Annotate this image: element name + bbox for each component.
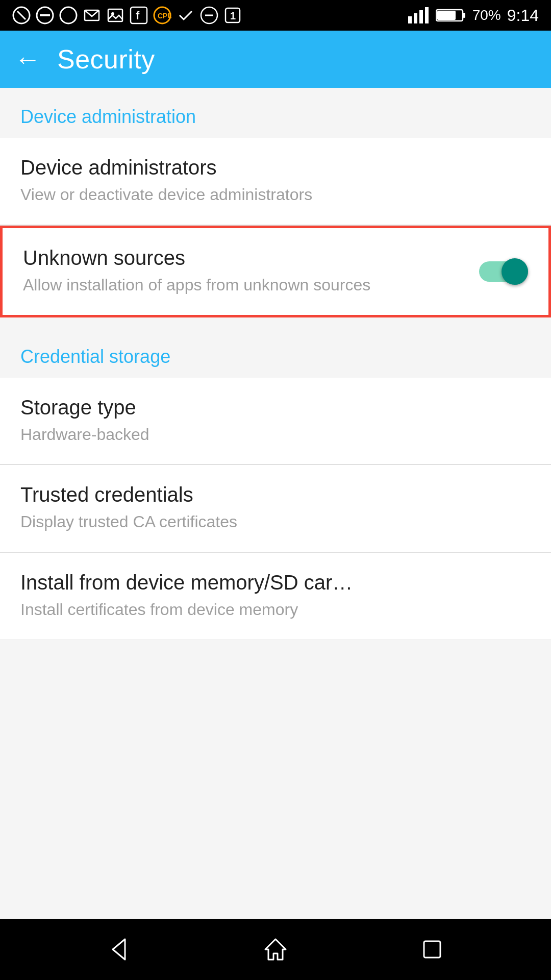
svg-marker-24 <box>265 939 286 960</box>
svg-rect-19 <box>425 7 429 23</box>
svg-rect-18 <box>419 10 423 23</box>
status-bar: f CPU 1 70% 9:14 <box>0 0 551 31</box>
unknown-sources-subtitle: Allow installation of apps from unknown … <box>23 274 467 297</box>
back-nav-icon <box>106 936 132 963</box>
install-from-device-item[interactable]: Install from device memory/SD car… Insta… <box>0 553 551 640</box>
toggle-thumb <box>502 258 528 285</box>
trusted-credentials-item[interactable]: Trusted credentials Display trusted CA c… <box>0 465 551 552</box>
svg-rect-6 <box>108 9 122 21</box>
email-icon <box>83 6 101 24</box>
recents-nav-icon <box>419 936 445 963</box>
battery-icon <box>436 8 466 23</box>
svg-point-4 <box>60 7 77 23</box>
svg-rect-21 <box>463 13 465 18</box>
storage-type-subtitle: Hardware-backed <box>20 423 531 446</box>
device-administrators-item[interactable]: Device administrators View or deactivate… <box>0 138 551 225</box>
trusted-credentials-title: Trusted credentials <box>20 483 531 506</box>
svg-rect-17 <box>414 13 417 23</box>
signal-icon <box>407 6 430 24</box>
svg-point-7 <box>111 12 114 15</box>
image-icon <box>106 6 124 24</box>
circle-icon <box>59 6 78 24</box>
settings-content: Device administration Device administrat… <box>0 88 551 919</box>
section-gap-1 <box>0 317 551 328</box>
home-nav-icon <box>262 936 289 963</box>
minus-icon <box>200 6 218 24</box>
recents-nav-button[interactable] <box>412 929 453 970</box>
svg-marker-23 <box>113 939 125 960</box>
page-title: Security <box>57 44 155 75</box>
check-icon <box>177 6 195 24</box>
svg-rect-16 <box>408 16 412 23</box>
svg-line-1 <box>17 11 26 19</box>
device-administrators-text: Device administrators View or deactivate… <box>20 156 531 206</box>
svg-text:1: 1 <box>230 10 236 21</box>
home-nav-button[interactable] <box>255 929 296 970</box>
unknown-sources-item[interactable]: Unknown sources Allow installation of ap… <box>0 226 551 317</box>
unknown-sources-text: Unknown sources Allow installation of ap… <box>23 247 467 297</box>
number-icon: 1 <box>223 6 242 24</box>
device-administrators-title: Device administrators <box>20 156 531 179</box>
section-header-device-admin: Device administration <box>0 88 551 138</box>
svg-rect-25 <box>424 941 440 958</box>
install-from-device-title: Install from device memory/SD car… <box>20 571 531 594</box>
svg-text:CPU: CPU <box>158 12 171 20</box>
nav-bar <box>0 919 551 980</box>
svg-text:f: f <box>136 9 140 22</box>
facebook-icon: f <box>130 6 148 24</box>
status-icons-left: f CPU 1 <box>12 6 242 24</box>
back-nav-button[interactable] <box>98 929 139 970</box>
status-right: 70% 9:14 <box>407 6 539 25</box>
install-from-device-subtitle: Install certificates from device memory <box>20 598 531 621</box>
back-button[interactable]: ← <box>14 44 41 75</box>
battery-percent: 70% <box>472 7 501 23</box>
unknown-sources-toggle[interactable] <box>479 258 528 285</box>
device-administrators-subtitle: View or deactivate device administrators <box>20 183 531 206</box>
wifi-icon <box>12 6 31 24</box>
section-header-credential-storage: Credential storage <box>0 328 551 378</box>
storage-type-title: Storage type <box>20 396 531 419</box>
app-bar: ← Security <box>0 31 551 88</box>
svg-rect-22 <box>437 11 456 20</box>
no-entry-icon <box>36 6 54 24</box>
storage-type-text: Storage type Hardware-backed <box>20 396 531 446</box>
install-from-device-text: Install from device memory/SD car… Insta… <box>20 571 531 621</box>
storage-type-item[interactable]: Storage type Hardware-backed <box>0 378 551 465</box>
time: 9:14 <box>507 6 539 25</box>
trusted-credentials-subtitle: Display trusted CA certificates <box>20 510 531 533</box>
trusted-credentials-text: Trusted credentials Display trusted CA c… <box>20 483 531 533</box>
cpu-icon: CPU <box>153 6 171 24</box>
unknown-sources-title: Unknown sources <box>23 247 467 270</box>
